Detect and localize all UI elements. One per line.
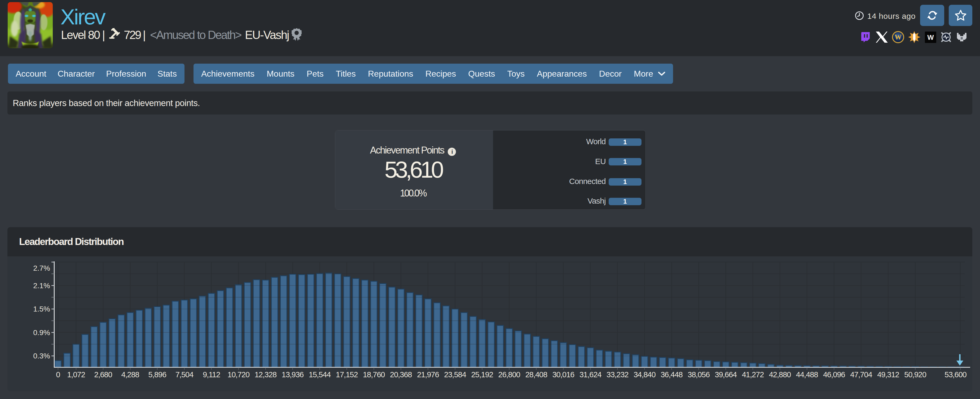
svg-text:20,368: 20,368 xyxy=(390,370,412,379)
svg-text:1.5%: 1.5% xyxy=(33,305,50,313)
svg-text:26,800: 26,800 xyxy=(498,370,520,379)
svg-text:31,624: 31,624 xyxy=(579,370,602,379)
svg-text:50,920: 50,920 xyxy=(904,370,926,379)
svg-text:34,840: 34,840 xyxy=(633,370,655,379)
svg-text:9,112: 9,112 xyxy=(203,370,220,379)
svg-text:15,544: 15,544 xyxy=(309,370,331,379)
svg-text:17,152: 17,152 xyxy=(336,370,358,379)
svg-text:33,232: 33,232 xyxy=(606,370,628,379)
svg-text:10,720: 10,720 xyxy=(228,370,250,379)
svg-text:25,192: 25,192 xyxy=(471,370,493,379)
svg-text:18,760: 18,760 xyxy=(363,370,385,379)
svg-text:12,328: 12,328 xyxy=(255,370,277,379)
svg-text:38,056: 38,056 xyxy=(687,370,710,379)
svg-text:5,896: 5,896 xyxy=(148,370,167,379)
svg-text:28,408: 28,408 xyxy=(525,370,547,379)
svg-text:44,488: 44,488 xyxy=(796,370,818,379)
svg-text:4,288: 4,288 xyxy=(121,370,139,379)
svg-text:21,976: 21,976 xyxy=(417,370,439,379)
svg-text:49,312: 49,312 xyxy=(877,370,899,379)
svg-text:2.1%: 2.1% xyxy=(33,281,50,290)
svg-text:13,936: 13,936 xyxy=(282,370,304,379)
svg-text:53,600: 53,600 xyxy=(945,370,966,379)
svg-text:30,016: 30,016 xyxy=(552,370,574,379)
svg-text:2,680: 2,680 xyxy=(94,370,112,379)
svg-text:47,704: 47,704 xyxy=(850,370,872,379)
svg-text:23,584: 23,584 xyxy=(444,370,466,379)
svg-text:0.3%: 0.3% xyxy=(33,352,50,360)
svg-text:2.7%: 2.7% xyxy=(33,264,50,272)
svg-text:7,504: 7,504 xyxy=(175,370,194,379)
svg-text:0.9%: 0.9% xyxy=(33,329,50,337)
svg-text:36,448: 36,448 xyxy=(660,370,682,379)
svg-text:41,272: 41,272 xyxy=(742,370,764,379)
svg-text:46,096: 46,096 xyxy=(823,370,845,379)
svg-text:39,664: 39,664 xyxy=(715,370,737,379)
svg-text:0: 0 xyxy=(56,370,60,379)
svg-text:42,880: 42,880 xyxy=(769,370,791,379)
svg-text:1,072: 1,072 xyxy=(67,370,85,379)
